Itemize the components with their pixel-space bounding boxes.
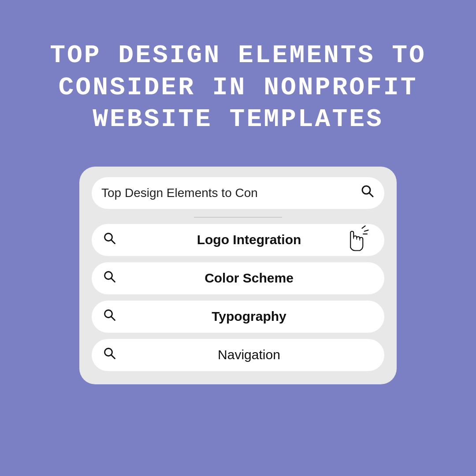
svg-line-15 (111, 355, 115, 359)
title-line-2: CONSIDER IN NONPROFIT (59, 73, 418, 102)
svg-line-11 (111, 278, 115, 282)
item-label-color-scheme: Color Scheme (125, 271, 373, 286)
svg-line-13 (111, 316, 115, 320)
svg-line-5 (364, 230, 368, 231)
list-item[interactable]: Color Scheme (92, 262, 384, 294)
svg-line-3 (111, 240, 115, 244)
search-icon-navigation (103, 347, 116, 363)
item-label-navigation: Navigation (125, 347, 373, 362)
search-icon-color-scheme (103, 270, 116, 286)
list-item[interactable]: Navigation (92, 339, 384, 371)
page-title: TOP DESIGN ELEMENTS TO CONSIDER IN NONPR… (15, 40, 461, 136)
svg-line-4 (362, 226, 365, 228)
search-icon-typography (103, 309, 116, 325)
search-icon-main (361, 184, 375, 202)
search-card: Top Design Elements to Con Logo Integrat… (79, 167, 397, 384)
search-icon-logo (103, 232, 116, 248)
item-label-typography: Typography (125, 309, 373, 324)
click-hand-icon (342, 224, 373, 255)
list-item[interactable]: Typography (92, 301, 384, 333)
svg-line-1 (369, 193, 373, 197)
title-line-1: TOP DESIGN ELEMENTS TO (50, 41, 426, 70)
search-bar[interactable]: Top Design Elements to Con (92, 177, 384, 209)
title-line-3: WEBSITE TEMPLATES (93, 105, 383, 134)
divider (194, 217, 282, 218)
search-input-text: Top Design Elements to Con (101, 186, 353, 200)
item-label-logo-integration: Logo Integration (125, 232, 373, 247)
list-item[interactable]: Logo Integration (92, 224, 384, 256)
